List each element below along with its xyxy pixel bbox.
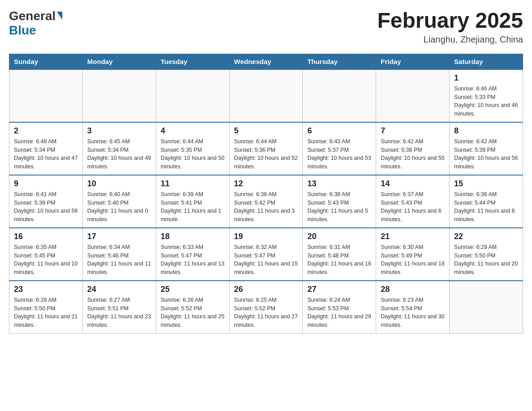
day-info: Sunrise: 6:32 AMSunset: 5:47 PMDaylight:… [234, 243, 298, 277]
day-info: Sunrise: 6:42 AMSunset: 5:38 PMDaylight:… [381, 137, 445, 171]
day-info: Sunrise: 6:34 AMSunset: 5:46 PMDaylight:… [87, 243, 151, 277]
calendar-day-cell: 6Sunrise: 6:43 AMSunset: 5:37 PMDaylight… [303, 122, 376, 175]
calendar-day-cell: 11Sunrise: 6:39 AMSunset: 5:41 PMDayligh… [156, 175, 229, 228]
day-info: Sunrise: 6:35 AMSunset: 5:45 PMDaylight:… [14, 243, 78, 277]
day-number: 15 [454, 179, 518, 188]
calendar-day-cell: 20Sunrise: 6:31 AMSunset: 5:48 PMDayligh… [303, 228, 376, 281]
day-info: Sunrise: 6:28 AMSunset: 5:50 PMDaylight:… [14, 296, 78, 330]
day-number: 17 [87, 232, 151, 241]
day-info: Sunrise: 6:43 AMSunset: 5:37 PMDaylight:… [307, 137, 371, 171]
day-info: Sunrise: 6:39 AMSunset: 5:41 PMDaylight:… [161, 190, 225, 224]
day-info: Sunrise: 6:44 AMSunset: 5:36 PMDaylight:… [234, 137, 298, 171]
month-title: February 2025 [377, 9, 523, 33]
calendar-day-cell [376, 69, 450, 122]
calendar-day-cell: 12Sunrise: 6:38 AMSunset: 5:42 PMDayligh… [229, 175, 303, 228]
calendar-day-cell [303, 69, 376, 122]
day-number: 27 [307, 285, 371, 294]
calendar-day-cell: 7Sunrise: 6:42 AMSunset: 5:38 PMDaylight… [376, 122, 450, 175]
day-info: Sunrise: 6:24 AMSunset: 5:53 PMDaylight:… [307, 296, 371, 330]
day-info: Sunrise: 6:27 AMSunset: 5:51 PMDaylight:… [87, 296, 151, 330]
day-info: Sunrise: 6:46 AMSunset: 5:33 PMDaylight:… [454, 85, 518, 118]
calendar-week-row: 2Sunrise: 6:46 AMSunset: 5:34 PMDaylight… [9, 122, 523, 175]
calendar-day-cell [450, 281, 523, 334]
calendar-week-row: 9Sunrise: 6:41 AMSunset: 5:39 PMDaylight… [9, 175, 523, 228]
day-number: 13 [307, 179, 371, 188]
day-info: Sunrise: 6:26 AMSunset: 5:52 PMDaylight:… [161, 296, 225, 330]
day-info: Sunrise: 6:31 AMSunset: 5:48 PMDaylight:… [307, 243, 371, 277]
day-number: 22 [454, 232, 518, 241]
calendar-day-cell: 1Sunrise: 6:46 AMSunset: 5:33 PMDaylight… [450, 69, 523, 122]
day-number: 1 [454, 73, 518, 83]
calendar-day-cell: 28Sunrise: 6:23 AMSunset: 5:54 PMDayligh… [376, 281, 450, 334]
day-number: 11 [161, 179, 225, 188]
day-info: Sunrise: 6:38 AMSunset: 5:42 PMDaylight:… [234, 190, 298, 224]
day-number: 21 [381, 232, 445, 241]
calendar-week-row: 16Sunrise: 6:35 AMSunset: 5:45 PMDayligh… [9, 228, 523, 281]
calendar-day-cell: 13Sunrise: 6:38 AMSunset: 5:43 PMDayligh… [303, 175, 376, 228]
calendar-day-cell: 2Sunrise: 6:46 AMSunset: 5:34 PMDaylight… [9, 122, 83, 175]
logo-blue-text: Blue [9, 23, 36, 38]
day-info: Sunrise: 6:25 AMSunset: 5:52 PMDaylight:… [234, 296, 298, 330]
calendar-day-cell: 15Sunrise: 6:36 AMSunset: 5:44 PMDayligh… [450, 175, 523, 228]
day-number: 14 [381, 179, 445, 188]
logo: General Blue [9, 9, 62, 38]
day-info: Sunrise: 6:40 AMSunset: 5:40 PMDaylight:… [87, 190, 151, 224]
day-number: 19 [234, 232, 298, 241]
calendar-day-cell: 23Sunrise: 6:28 AMSunset: 5:50 PMDayligh… [9, 281, 83, 334]
calendar-day-cell: 16Sunrise: 6:35 AMSunset: 5:45 PMDayligh… [9, 228, 83, 281]
calendar-day-cell: 25Sunrise: 6:26 AMSunset: 5:52 PMDayligh… [156, 281, 229, 334]
day-info: Sunrise: 6:46 AMSunset: 5:34 PMDaylight:… [14, 137, 78, 171]
day-info: Sunrise: 6:29 AMSunset: 5:50 PMDaylight:… [454, 243, 518, 277]
day-number: 6 [307, 126, 371, 136]
day-info: Sunrise: 6:44 AMSunset: 5:35 PMDaylight:… [161, 137, 225, 171]
day-info: Sunrise: 6:33 AMSunset: 5:47 PMDaylight:… [161, 243, 225, 277]
calendar-header-friday: Friday [376, 54, 450, 69]
day-number: 2 [14, 126, 78, 136]
calendar-header-saturday: Saturday [450, 54, 523, 69]
day-info: Sunrise: 6:30 AMSunset: 5:49 PMDaylight:… [381, 243, 445, 277]
day-number: 3 [87, 126, 151, 136]
day-number: 12 [234, 179, 298, 188]
day-number: 10 [87, 179, 151, 188]
day-number: 16 [14, 232, 78, 241]
title-area: February 2025 Lianghu, Zhejiang, China [377, 9, 523, 45]
day-number: 28 [381, 285, 445, 294]
day-number: 24 [87, 285, 151, 294]
day-number: 20 [307, 232, 371, 241]
day-number: 23 [14, 285, 78, 294]
calendar-day-cell: 19Sunrise: 6:32 AMSunset: 5:47 PMDayligh… [229, 228, 303, 281]
calendar-day-cell [9, 69, 83, 122]
calendar-week-row: 1Sunrise: 6:46 AMSunset: 5:33 PMDaylight… [9, 69, 523, 122]
calendar-day-cell: 21Sunrise: 6:30 AMSunset: 5:49 PMDayligh… [376, 228, 450, 281]
calendar-week-row: 23Sunrise: 6:28 AMSunset: 5:50 PMDayligh… [9, 281, 523, 334]
calendar-day-cell [229, 69, 303, 122]
day-number: 5 [234, 126, 298, 136]
day-info: Sunrise: 6:36 AMSunset: 5:44 PMDaylight:… [454, 190, 518, 224]
calendar-header-row: SundayMondayTuesdayWednesdayThursdayFrid… [9, 54, 523, 69]
calendar-day-cell: 4Sunrise: 6:44 AMSunset: 5:35 PMDaylight… [156, 122, 229, 175]
calendar-day-cell: 10Sunrise: 6:40 AMSunset: 5:40 PMDayligh… [82, 175, 156, 228]
calendar-header-monday: Monday [82, 54, 156, 69]
calendar-header-sunday: Sunday [9, 54, 83, 69]
calendar-header-tuesday: Tuesday [156, 54, 229, 69]
day-number: 4 [161, 126, 225, 136]
calendar-header-thursday: Thursday [303, 54, 376, 69]
calendar-day-cell: 18Sunrise: 6:33 AMSunset: 5:47 PMDayligh… [156, 228, 229, 281]
day-number: 7 [381, 126, 445, 136]
location-text: Lianghu, Zhejiang, China [377, 34, 523, 45]
logo-general-word: General [9, 9, 56, 23]
calendar-day-cell: 17Sunrise: 6:34 AMSunset: 5:46 PMDayligh… [82, 228, 156, 281]
day-number: 25 [161, 285, 225, 294]
day-info: Sunrise: 6:23 AMSunset: 5:54 PMDaylight:… [381, 296, 445, 330]
calendar-day-cell: 22Sunrise: 6:29 AMSunset: 5:50 PMDayligh… [450, 228, 523, 281]
calendar-day-cell: 24Sunrise: 6:27 AMSunset: 5:51 PMDayligh… [82, 281, 156, 334]
calendar-day-cell [82, 69, 156, 122]
calendar-day-cell: 26Sunrise: 6:25 AMSunset: 5:52 PMDayligh… [229, 281, 303, 334]
calendar-day-cell: 5Sunrise: 6:44 AMSunset: 5:36 PMDaylight… [229, 122, 303, 175]
day-info: Sunrise: 6:37 AMSunset: 5:43 PMDaylight:… [381, 190, 445, 224]
calendar-day-cell: 14Sunrise: 6:37 AMSunset: 5:43 PMDayligh… [376, 175, 450, 228]
calendar-day-cell: 3Sunrise: 6:45 AMSunset: 5:34 PMDaylight… [82, 122, 156, 175]
day-info: Sunrise: 6:38 AMSunset: 5:43 PMDaylight:… [307, 190, 371, 224]
logo-arrow-icon [57, 12, 62, 20]
day-info: Sunrise: 6:41 AMSunset: 5:39 PMDaylight:… [14, 190, 78, 224]
